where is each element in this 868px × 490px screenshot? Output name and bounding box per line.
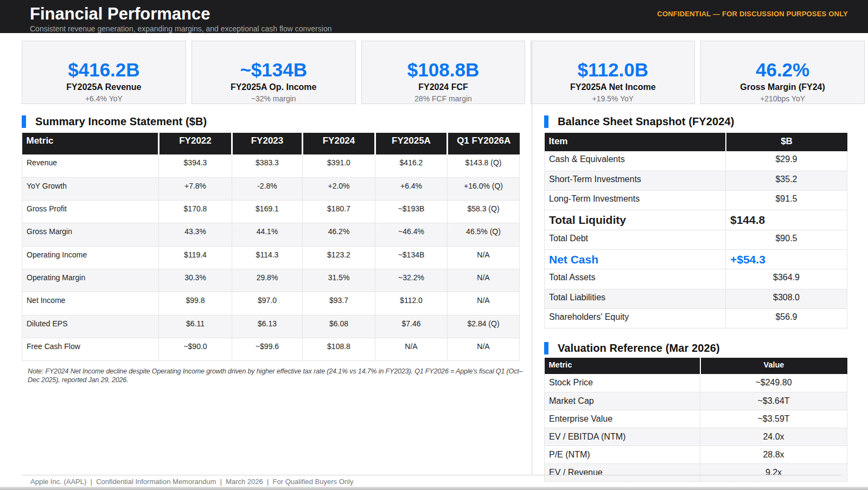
table-cell: $58.3 (Q) xyxy=(448,201,520,223)
section-marker-icon xyxy=(22,115,26,128)
table-cell: $180.7 xyxy=(303,201,375,223)
table-cell-label: Shareholders' Equity xyxy=(545,308,726,328)
table-cell-value: ~$3.64T xyxy=(700,392,847,410)
table-cell-label: Market Cap xyxy=(545,392,700,410)
table-cell: 30.3% xyxy=(159,269,232,292)
table-cell: ~32.2% xyxy=(375,269,448,292)
table-row: Long-Term Investments$91.5 xyxy=(545,191,847,210)
table-cell-label: EV / EBITDA (NTM) xyxy=(545,428,700,446)
table-cell: 29.8% xyxy=(232,269,303,292)
section-marker-icon xyxy=(544,342,548,354)
table-cell-value: $308.0 xyxy=(726,289,847,308)
table-cell: $6.11 xyxy=(159,315,232,338)
column-header: $B xyxy=(726,133,847,151)
table-cell: N/A xyxy=(448,292,520,315)
kpi-label: FY2025A Op. Income xyxy=(231,83,317,92)
table-cell: $97.0 xyxy=(232,292,303,315)
valuation-section: Valuation Reference (Mar 2026) MetricVal… xyxy=(544,342,847,482)
table-cell: ~46.4% xyxy=(375,223,448,246)
kpi-label: FY2025A Revenue xyxy=(66,83,141,92)
column-header: FY2023 xyxy=(232,133,303,154)
kpi-sub: +19.5% YoY xyxy=(592,95,634,102)
table-cell: N/A xyxy=(448,338,520,360)
kpi-card-1: $416.2BFY2025A Revenue+6.4% YoY xyxy=(22,41,186,104)
kpi-sub: +6.4% YoY xyxy=(85,95,123,102)
table-cell: Net Income xyxy=(22,292,159,315)
table-row: Enterprise Value~$3.59T xyxy=(545,410,847,428)
table-header-row: MetricValue xyxy=(545,358,847,374)
income-statement-heading: Summary Income Statement ($B) xyxy=(35,115,207,128)
table-row: Free Cash Flow~$90.0~$99.6$108.8N/AN/A xyxy=(22,338,520,360)
table-row: Revenue$394.3$383.3$391.0$416.2$143.8 (Q… xyxy=(22,154,520,177)
table-cell: -2.8% xyxy=(232,177,303,200)
table-cell: Gross Margin xyxy=(22,223,159,246)
table-cell: 46.2% xyxy=(303,223,375,246)
table-row: P/E (NTM)28.8x xyxy=(545,446,847,463)
column-header: Item xyxy=(545,133,726,151)
confidential-badge: CONFIDENTIAL — FOR DISCUSSION PURPOSES O… xyxy=(657,10,848,18)
right-column: Balance Sheet Snapshot (FY2024) Item$BCa… xyxy=(544,115,847,482)
column-header: FY2025A xyxy=(375,133,448,154)
column-header: Value xyxy=(700,358,847,374)
table-cell: 46.5% (Q) xyxy=(448,223,520,246)
table-cell-label: Total Liquidity xyxy=(545,210,726,230)
table-row: Gross Profit$170.8$169.1$180.7~$193B$58.… xyxy=(22,201,520,223)
table-cell: Diluted EPS xyxy=(22,315,159,338)
kpi-card-3: $108.8BFY2024 FCF28% FCF margin xyxy=(361,41,526,104)
page-title: Financial Performance xyxy=(30,4,210,24)
table-row: Total Debt$90.5 xyxy=(545,230,847,249)
income-statement-section: Summary Income Statement ($B) MetricFY20… xyxy=(22,115,519,385)
table-cell-value: ~$249.80 xyxy=(700,374,847,392)
table-cell: $170.8 xyxy=(159,201,232,223)
footer-text: Apple Inc. (AAPL) | Confidential Informa… xyxy=(30,478,353,486)
kpi-value: $416.2B xyxy=(68,60,139,79)
table-row: Gross Margin43.3%44.1%46.2%~46.4%46.5% (… xyxy=(22,223,520,246)
table-row: EV / EBITDA (NTM)24.0x xyxy=(545,428,847,446)
kpi-row: $416.2BFY2025A Revenue+6.4% YoY~$134BFY2… xyxy=(22,41,865,104)
kpi-sub: +210bps YoY xyxy=(760,95,805,102)
table-row: Total Assets$364.9 xyxy=(545,269,847,289)
table-cell: $6.08 xyxy=(303,315,375,338)
balance-sheet-table: Item$BCash & Equivalents$29.9Short-Term … xyxy=(544,133,847,328)
table-row: Total Liabilities$308.0 xyxy=(545,289,847,308)
table-cell-label: Total Debt xyxy=(545,230,726,249)
table-row: Operating Margin30.3%29.8%31.5%~32.2%N/A xyxy=(22,269,520,292)
table-cell-label: P/E (NTM) xyxy=(545,446,700,463)
table-cell-label: Long-Term Investments xyxy=(545,191,726,210)
table-cell-value: +$54.3 xyxy=(726,249,847,269)
table-cell: $2.84 (Q) xyxy=(448,315,520,338)
table-cell: $93.7 xyxy=(303,292,375,315)
footer-divider xyxy=(22,475,841,475)
kpi-label: FY2025A Net Income xyxy=(570,83,656,92)
table-cell: $391.0 xyxy=(303,154,375,177)
window-bottom-edge xyxy=(0,487,868,490)
table-row: Shareholders' Equity$56.9 xyxy=(545,308,847,328)
kpi-card-5: 46.2%Gross Margin (FY24)+210bps YoY xyxy=(700,41,865,104)
table-cell: N/A xyxy=(448,269,520,292)
table-cell-label: EV / Revenue xyxy=(545,463,700,481)
table-row: YoY Growth+7.8%-2.8%+2.0%+6.4%+16.0% (Q) xyxy=(22,177,520,200)
kpi-value: $112.0B xyxy=(578,60,648,79)
income-statement-title: Summary Income Statement ($B) xyxy=(22,115,519,128)
kpi-value: ~$134B xyxy=(240,60,307,79)
table-cell: 44.1% xyxy=(232,223,303,246)
balance-sheet-heading: Balance Sheet Snapshot (FY2024) xyxy=(558,115,734,128)
slide-header: Financial Performance Consistent revenue… xyxy=(0,0,868,33)
column-header: Q1 FY2026A xyxy=(448,133,520,154)
income-statement-table: MetricFY2022FY2023FY2024FY2025AQ1 FY2026… xyxy=(22,133,520,361)
table-cell: Revenue xyxy=(22,154,159,177)
kpi-sub: ~32% margin xyxy=(251,95,296,102)
kpi-label: FY2024 FCF xyxy=(418,83,468,92)
table-cell: 31.5% xyxy=(303,269,375,292)
table-row: Net Cash+$54.3 xyxy=(545,249,847,269)
table-cell: ~$99.6 xyxy=(232,338,303,360)
table-cell: N/A xyxy=(448,246,520,269)
kpi-card-2: ~$134BFY2025A Op. Income~32% margin xyxy=(192,41,356,104)
table-cell: $7.46 xyxy=(375,315,448,338)
kpi-label: Gross Margin (FY24) xyxy=(740,83,825,92)
kpi-card-4: $112.0BFY2025A Net Income+19.5% YoY xyxy=(531,41,695,104)
table-cell-value: $91.5 xyxy=(726,191,847,210)
table-cell: +7.8% xyxy=(159,177,232,200)
table-cell-value: $35.2 xyxy=(726,171,847,190)
table-row: Stock Price~$249.80 xyxy=(545,374,847,392)
